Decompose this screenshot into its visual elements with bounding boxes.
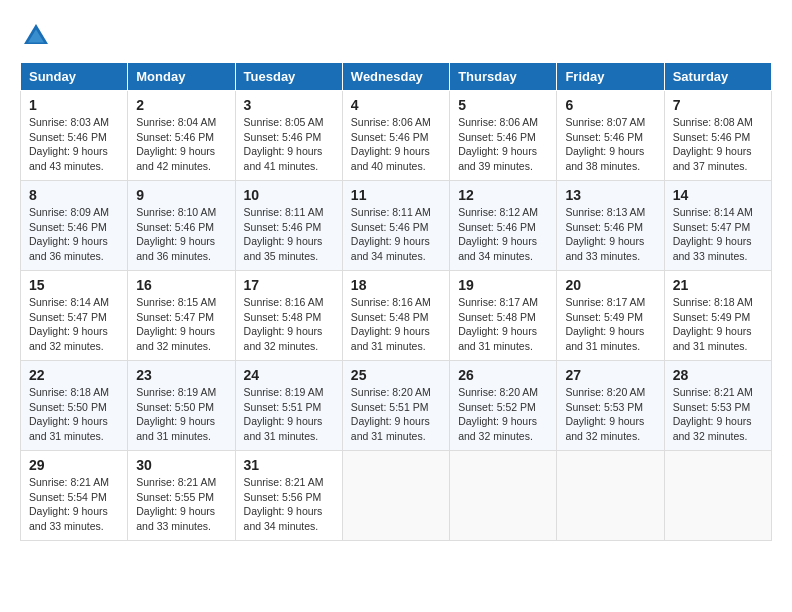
- day-number: 21: [673, 277, 763, 293]
- day-info: Sunrise: 8:12 AM Sunset: 5:46 PM Dayligh…: [458, 205, 548, 264]
- sunrise: Sunrise: 8:11 AM: [244, 206, 324, 218]
- sunset: Sunset: 5:51 PM: [351, 401, 429, 413]
- sunset: Sunset: 5:48 PM: [244, 311, 322, 323]
- sunset: Sunset: 5:46 PM: [351, 221, 429, 233]
- daylight: Daylight: 9 hours and 38 minutes.: [565, 145, 644, 172]
- day-info: Sunrise: 8:18 AM Sunset: 5:49 PM Dayligh…: [673, 295, 763, 354]
- sunrise: Sunrise: 8:14 AM: [673, 206, 753, 218]
- sunrise: Sunrise: 8:16 AM: [244, 296, 324, 308]
- day-number: 25: [351, 367, 441, 383]
- daylight: Daylight: 9 hours and 32 minutes.: [673, 415, 752, 442]
- day-info: Sunrise: 8:21 AM Sunset: 5:54 PM Dayligh…: [29, 475, 119, 534]
- week-row-3: 15 Sunrise: 8:14 AM Sunset: 5:47 PM Dayl…: [21, 271, 772, 361]
- day-info: Sunrise: 8:11 AM Sunset: 5:46 PM Dayligh…: [244, 205, 334, 264]
- day-info: Sunrise: 8:03 AM Sunset: 5:46 PM Dayligh…: [29, 115, 119, 174]
- daylight: Daylight: 9 hours and 32 minutes.: [29, 325, 108, 352]
- day-cell: [450, 451, 557, 541]
- daylight: Daylight: 9 hours and 31 minutes.: [565, 325, 644, 352]
- daylight: Daylight: 9 hours and 32 minutes.: [565, 415, 644, 442]
- day-cell: [664, 451, 771, 541]
- day-info: Sunrise: 8:04 AM Sunset: 5:46 PM Dayligh…: [136, 115, 226, 174]
- daylight: Daylight: 9 hours and 33 minutes.: [565, 235, 644, 262]
- sunset: Sunset: 5:47 PM: [29, 311, 107, 323]
- sunset: Sunset: 5:47 PM: [136, 311, 214, 323]
- day-number: 6: [565, 97, 655, 113]
- day-info: Sunrise: 8:21 AM Sunset: 5:55 PM Dayligh…: [136, 475, 226, 534]
- day-cell: 26 Sunrise: 8:20 AM Sunset: 5:52 PM Dayl…: [450, 361, 557, 451]
- day-info: Sunrise: 8:17 AM Sunset: 5:49 PM Dayligh…: [565, 295, 655, 354]
- day-number: 15: [29, 277, 119, 293]
- day-cell: 27 Sunrise: 8:20 AM Sunset: 5:53 PM Dayl…: [557, 361, 664, 451]
- day-cell: 19 Sunrise: 8:17 AM Sunset: 5:48 PM Dayl…: [450, 271, 557, 361]
- day-number: 7: [673, 97, 763, 113]
- day-info: Sunrise: 8:21 AM Sunset: 5:56 PM Dayligh…: [244, 475, 334, 534]
- day-info: Sunrise: 8:19 AM Sunset: 5:50 PM Dayligh…: [136, 385, 226, 444]
- calendar-body: 1 Sunrise: 8:03 AM Sunset: 5:46 PM Dayli…: [21, 91, 772, 541]
- day-number: 19: [458, 277, 548, 293]
- sunrise: Sunrise: 8:19 AM: [244, 386, 324, 398]
- sunset: Sunset: 5:55 PM: [136, 491, 214, 503]
- sunset: Sunset: 5:46 PM: [29, 131, 107, 143]
- sunset: Sunset: 5:46 PM: [136, 221, 214, 233]
- day-number: 27: [565, 367, 655, 383]
- week-row-1: 1 Sunrise: 8:03 AM Sunset: 5:46 PM Dayli…: [21, 91, 772, 181]
- daylight: Daylight: 9 hours and 41 minutes.: [244, 145, 323, 172]
- day-cell: 4 Sunrise: 8:06 AM Sunset: 5:46 PM Dayli…: [342, 91, 449, 181]
- sunrise: Sunrise: 8:03 AM: [29, 116, 109, 128]
- day-number: 1: [29, 97, 119, 113]
- day-info: Sunrise: 8:06 AM Sunset: 5:46 PM Dayligh…: [458, 115, 548, 174]
- daylight: Daylight: 9 hours and 31 minutes.: [351, 325, 430, 352]
- day-cell: 14 Sunrise: 8:14 AM Sunset: 5:47 PM Dayl…: [664, 181, 771, 271]
- sunset: Sunset: 5:47 PM: [673, 221, 751, 233]
- day-number: 17: [244, 277, 334, 293]
- weekday-saturday: Saturday: [664, 63, 771, 91]
- sunrise: Sunrise: 8:17 AM: [565, 296, 645, 308]
- daylight: Daylight: 9 hours and 42 minutes.: [136, 145, 215, 172]
- sunset: Sunset: 5:48 PM: [458, 311, 536, 323]
- sunrise: Sunrise: 8:20 AM: [565, 386, 645, 398]
- day-cell: 31 Sunrise: 8:21 AM Sunset: 5:56 PM Dayl…: [235, 451, 342, 541]
- day-cell: 18 Sunrise: 8:16 AM Sunset: 5:48 PM Dayl…: [342, 271, 449, 361]
- day-info: Sunrise: 8:19 AM Sunset: 5:51 PM Dayligh…: [244, 385, 334, 444]
- day-info: Sunrise: 8:16 AM Sunset: 5:48 PM Dayligh…: [244, 295, 334, 354]
- week-row-4: 22 Sunrise: 8:18 AM Sunset: 5:50 PM Dayl…: [21, 361, 772, 451]
- day-number: 22: [29, 367, 119, 383]
- day-cell: 12 Sunrise: 8:12 AM Sunset: 5:46 PM Dayl…: [450, 181, 557, 271]
- day-cell: 25 Sunrise: 8:20 AM Sunset: 5:51 PM Dayl…: [342, 361, 449, 451]
- day-info: Sunrise: 8:08 AM Sunset: 5:46 PM Dayligh…: [673, 115, 763, 174]
- sunset: Sunset: 5:46 PM: [673, 131, 751, 143]
- sunrise: Sunrise: 8:06 AM: [351, 116, 431, 128]
- sunset: Sunset: 5:50 PM: [136, 401, 214, 413]
- daylight: Daylight: 9 hours and 32 minutes.: [458, 415, 537, 442]
- day-number: 18: [351, 277, 441, 293]
- page-header: [20, 20, 772, 52]
- sunset: Sunset: 5:46 PM: [565, 221, 643, 233]
- daylight: Daylight: 9 hours and 36 minutes.: [136, 235, 215, 262]
- day-cell: 23 Sunrise: 8:19 AM Sunset: 5:50 PM Dayl…: [128, 361, 235, 451]
- day-info: Sunrise: 8:20 AM Sunset: 5:51 PM Dayligh…: [351, 385, 441, 444]
- day-info: Sunrise: 8:05 AM Sunset: 5:46 PM Dayligh…: [244, 115, 334, 174]
- day-cell: 2 Sunrise: 8:04 AM Sunset: 5:46 PM Dayli…: [128, 91, 235, 181]
- sunrise: Sunrise: 8:12 AM: [458, 206, 538, 218]
- day-cell: 16 Sunrise: 8:15 AM Sunset: 5:47 PM Dayl…: [128, 271, 235, 361]
- day-number: 3: [244, 97, 334, 113]
- daylight: Daylight: 9 hours and 31 minutes.: [351, 415, 430, 442]
- sunset: Sunset: 5:46 PM: [29, 221, 107, 233]
- day-cell: [557, 451, 664, 541]
- day-number: 26: [458, 367, 548, 383]
- daylight: Daylight: 9 hours and 33 minutes.: [136, 505, 215, 532]
- sunrise: Sunrise: 8:19 AM: [136, 386, 216, 398]
- daylight: Daylight: 9 hours and 31 minutes.: [244, 415, 323, 442]
- day-info: Sunrise: 8:20 AM Sunset: 5:53 PM Dayligh…: [565, 385, 655, 444]
- sunrise: Sunrise: 8:14 AM: [29, 296, 109, 308]
- day-cell: [342, 451, 449, 541]
- day-cell: 28 Sunrise: 8:21 AM Sunset: 5:53 PM Dayl…: [664, 361, 771, 451]
- day-number: 28: [673, 367, 763, 383]
- day-info: Sunrise: 8:16 AM Sunset: 5:48 PM Dayligh…: [351, 295, 441, 354]
- day-cell: 17 Sunrise: 8:16 AM Sunset: 5:48 PM Dayl…: [235, 271, 342, 361]
- sunrise: Sunrise: 8:07 AM: [565, 116, 645, 128]
- sunrise: Sunrise: 8:16 AM: [351, 296, 431, 308]
- day-cell: 6 Sunrise: 8:07 AM Sunset: 5:46 PM Dayli…: [557, 91, 664, 181]
- day-info: Sunrise: 8:09 AM Sunset: 5:46 PM Dayligh…: [29, 205, 119, 264]
- logo-icon: [20, 20, 52, 52]
